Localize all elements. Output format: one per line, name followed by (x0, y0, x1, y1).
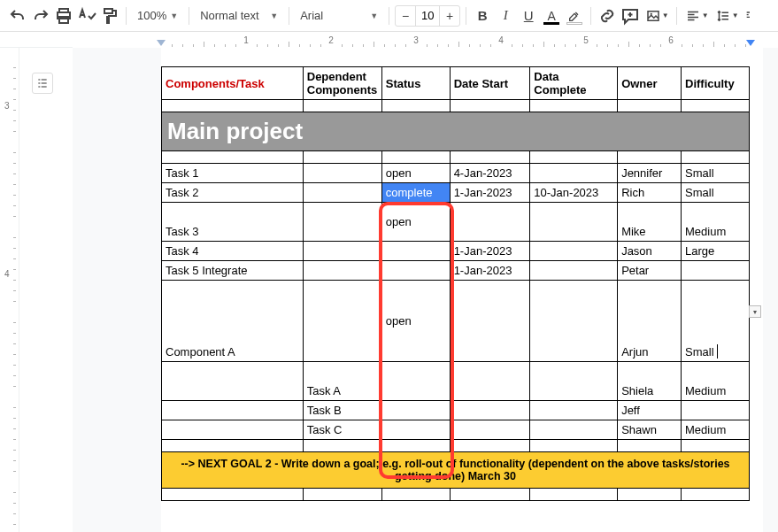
cell-diff[interactable]: Medium (682, 362, 750, 401)
cell-dep[interactable] (303, 242, 381, 261)
cell-owner[interactable]: Jennifer (618, 164, 682, 183)
table-row[interactable]: Task AShielaMedium (162, 362, 750, 401)
table-row[interactable]: Component AopenArjunSmall (162, 281, 750, 362)
cell-start[interactable] (450, 362, 530, 401)
table-header-row[interactable]: Components/Task Dependent Components Sta… (162, 67, 750, 100)
cell-complete[interactable] (530, 401, 618, 420)
cell-status[interactable] (381, 362, 450, 401)
hdr-date-complete[interactable]: Data Complete (530, 67, 618, 100)
right-indent-marker[interactable] (746, 40, 755, 46)
font-size-inc[interactable]: + (440, 6, 459, 26)
cell-diff[interactable]: Small (682, 281, 750, 362)
insert-link-button[interactable] (597, 5, 618, 27)
cell-diff[interactable] (682, 401, 750, 420)
cell-start[interactable]: 1-Jan-2023 (450, 183, 530, 203)
spacer-row[interactable] (162, 100, 750, 112)
cell-owner[interactable]: Mike (618, 203, 682, 242)
paint-format-button[interactable] (99, 5, 120, 27)
cell-diff[interactable]: Small (682, 164, 750, 183)
font-size-dec[interactable]: − (396, 6, 415, 26)
cell-name[interactable]: Component A (162, 281, 304, 362)
cell-diff[interactable]: Medium (682, 420, 750, 440)
italic-button[interactable]: I (495, 5, 516, 27)
cell-dep[interactable] (303, 261, 381, 281)
cell-start[interactable] (450, 281, 530, 362)
cell-owner[interactable]: Shiela (618, 362, 682, 401)
cell-start[interactable] (450, 203, 530, 242)
cell-name[interactable] (162, 420, 304, 440)
cell-start[interactable]: 1-Jan-2023 (450, 242, 530, 261)
cell-status[interactable]: complete (381, 183, 450, 203)
cell-status[interactable]: open (381, 281, 450, 362)
cell-complete[interactable] (530, 242, 618, 261)
line-spacing-button[interactable]: ▼ (713, 5, 741, 27)
table-row[interactable]: Task 3openMikeMedium (162, 203, 750, 242)
goal-row[interactable]: --> NEXT GOAL 2 - Write down a goal; e.g… (162, 452, 750, 489)
cell-diff[interactable] (682, 261, 750, 281)
cell-owner[interactable]: Petar (618, 261, 682, 281)
table-row[interactable]: Task 2complete1-Jan-202310-Jan-2023RichS… (162, 183, 750, 203)
cell-status[interactable] (381, 401, 450, 420)
hdr-components-task[interactable]: Components/Task (162, 67, 304, 100)
font-dropdown[interactable]: Arial▼ (295, 4, 383, 27)
spacer-row[interactable] (162, 489, 750, 501)
cell-start[interactable]: 4-Jan-2023 (450, 164, 530, 183)
zoom-dropdown[interactable]: 100%▼ (132, 4, 183, 27)
table-row[interactable]: Task 5 Integrate1-Jan-2023Petar (162, 261, 750, 281)
cell-complete[interactable] (530, 362, 618, 401)
title-row[interactable]: Main project (162, 112, 750, 151)
hdr-difficulty[interactable]: Difficulty (682, 67, 750, 100)
cell-status[interactable] (381, 420, 450, 440)
table-row[interactable]: Task CShawnMedium (162, 420, 750, 440)
highlight-color-button[interactable] (564, 5, 585, 27)
undo-button[interactable] (7, 5, 28, 27)
cell-name[interactable] (162, 362, 304, 401)
cell-dep[interactable]: Task A (303, 362, 381, 401)
spellcheck-button[interactable] (76, 5, 97, 27)
hdr-status[interactable]: Status (381, 67, 450, 100)
cell-start[interactable] (450, 420, 530, 440)
hdr-date-start[interactable]: Date Start (450, 67, 530, 100)
cell-diff[interactable]: Large (682, 242, 750, 261)
cell-diff[interactable]: Small (682, 183, 750, 203)
cell-name[interactable]: Task 1 (162, 164, 304, 183)
cell-dep[interactable] (303, 164, 381, 183)
project-table[interactable]: Components/Task Dependent Components Sta… (161, 66, 750, 501)
font-size-value[interactable]: 10 (415, 6, 440, 26)
cell-owner[interactable]: Shawn (618, 420, 682, 440)
cell-dep[interactable]: Task B (303, 401, 381, 420)
document-outline-button[interactable] (32, 73, 53, 94)
table-row[interactable]: Task 1open4-Jan-2023JenniferSmall (162, 164, 750, 183)
cell-complete[interactable] (530, 420, 618, 440)
redo-button[interactable] (30, 5, 51, 27)
cell-status[interactable]: open (381, 203, 450, 242)
cell-dropdown-icon[interactable]: ▾ (749, 305, 761, 318)
cell-dep[interactable] (303, 281, 381, 362)
align-button[interactable]: ▼ (682, 5, 711, 27)
document-page[interactable]: Components/Task Dependent Components Sta… (161, 48, 763, 532)
spacer-row[interactable] (162, 151, 750, 164)
cell-name[interactable]: Task 4 (162, 242, 304, 261)
cell-owner[interactable]: Jeff (618, 401, 682, 420)
table-row[interactable]: Task 41-Jan-2023JasonLarge (162, 242, 750, 261)
cell-complete[interactable] (530, 203, 618, 242)
cell-complete[interactable]: 10-Jan-2023 (530, 183, 618, 203)
print-button[interactable] (53, 5, 74, 27)
insert-image-button[interactable]: ▼ (643, 5, 671, 27)
cell-name[interactable]: Task 2 (162, 183, 304, 203)
add-comment-button[interactable] (620, 5, 641, 27)
cell-complete[interactable] (530, 281, 618, 362)
cell-status[interactable] (381, 261, 450, 281)
hdr-owner[interactable]: Owner (618, 67, 682, 100)
cell-dep[interactable] (303, 183, 381, 203)
cell-diff[interactable]: Medium (682, 203, 750, 242)
left-indent-marker[interactable] (157, 40, 166, 46)
cell-start[interactable]: 1-Jan-2023 (450, 261, 530, 281)
cell-owner[interactable]: Jason (618, 242, 682, 261)
cell-complete[interactable] (530, 261, 618, 281)
cell-owner[interactable]: Rich (618, 183, 682, 203)
cell-status[interactable] (381, 242, 450, 261)
cell-name[interactable]: Task 3 (162, 203, 304, 242)
underline-button[interactable]: U (518, 5, 539, 27)
cell-start[interactable] (450, 401, 530, 420)
